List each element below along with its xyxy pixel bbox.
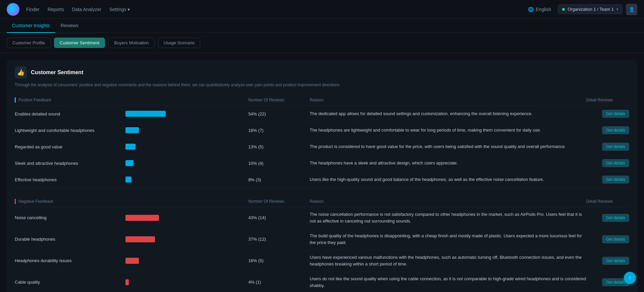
thumbsup-icon: 👍 bbox=[15, 66, 27, 79]
customer-sentiment-card: 👍 Customer Sentiment Through the analysi… bbox=[7, 60, 637, 292]
negative-col-feedback: Negative Feedback bbox=[15, 196, 125, 207]
positive-action-cell: Get details bbox=[586, 155, 629, 172]
positive-get-details-button[interactable]: Get details bbox=[602, 126, 629, 134]
negative-get-details-button[interactable]: Get details bbox=[602, 257, 629, 265]
user-icon: 👤 bbox=[629, 7, 635, 12]
negative-pct-cell: 16% (5) bbox=[248, 250, 310, 272]
negative-reason-cell: Users do not like the sound quality when… bbox=[310, 272, 586, 292]
section-title: Customer Sentiment bbox=[31, 69, 83, 76]
negative-action-cell: Get details bbox=[586, 272, 629, 292]
negative-feedback-cell: Noise cancelling bbox=[15, 207, 125, 229]
arrow-up-icon: ↑ bbox=[629, 275, 631, 281]
positive-get-details-button[interactable]: Get details bbox=[602, 159, 629, 167]
positive-feedback-cell: Effective headphones bbox=[15, 172, 125, 188]
user-avatar[interactable]: 👤 bbox=[626, 4, 637, 15]
nav-settings[interactable]: Settings ▾ bbox=[109, 7, 130, 12]
positive-pct-cell: 54% (22) bbox=[248, 106, 310, 122]
positive-reason-cell: Users like the high-quality sound and go… bbox=[310, 172, 586, 188]
negative-get-details-button[interactable]: Get details bbox=[602, 214, 629, 222]
positive-pct-cell: 13% (5) bbox=[248, 139, 310, 155]
positive-bar-visual bbox=[125, 111, 166, 117]
section-description: Through the analysis of consumers' posit… bbox=[15, 82, 629, 88]
negative-feedback-table: Negative Feedback Number Of Reviews Reas… bbox=[15, 196, 629, 292]
positive-col-reviews: Number Of Reviews bbox=[248, 95, 310, 106]
negative-pct-cell: 43% (14) bbox=[248, 207, 310, 229]
sub-navigation: Customer Insights Reviews bbox=[0, 19, 644, 33]
negative-get-details-button[interactable]: Get details bbox=[602, 235, 629, 243]
tab-customer-insights[interactable]: Customer Insights bbox=[7, 19, 55, 33]
positive-table-row: Sleek and attractive headphones 10% (4) … bbox=[15, 155, 629, 172]
nav-finder[interactable]: Finder bbox=[26, 7, 40, 12]
positive-table-row: Regarded as good value 13% (5) The produ… bbox=[15, 139, 629, 155]
positive-pct-cell: 10% (4) bbox=[248, 155, 310, 172]
nav-data-analyzer[interactable]: Data Analyzer bbox=[72, 7, 101, 12]
nav-links: Finder Reports Data Analyzer Settings ▾ bbox=[26, 7, 528, 12]
negative-feedback-cell: Durable headphones bbox=[15, 229, 125, 250]
positive-col-feedback: Positive Feedback bbox=[15, 95, 125, 106]
negative-table-row: Headphones durability issues 16% (5) Use… bbox=[15, 250, 629, 272]
positive-bar-visual bbox=[125, 127, 139, 133]
negative-bar-cell bbox=[125, 250, 248, 272]
positive-bar-indicator bbox=[15, 97, 16, 103]
org-status-dot bbox=[562, 8, 565, 11]
positive-get-details-button[interactable]: Get details bbox=[602, 110, 629, 118]
negative-table-row: Noise cancelling 43% (14) The noise canc… bbox=[15, 207, 629, 229]
scroll-to-top-button[interactable]: ↑ bbox=[624, 272, 636, 284]
negative-pct-cell: 37% (12) bbox=[248, 229, 310, 250]
nav-reports[interactable]: Reports bbox=[48, 7, 64, 12]
negative-feedback-cell: Cable quality bbox=[15, 272, 125, 292]
section-header: 👍 Customer Sentiment bbox=[15, 66, 629, 79]
positive-pct-cell: 8% (3) bbox=[248, 172, 310, 188]
positive-get-details-button[interactable]: Get details bbox=[602, 176, 629, 184]
negative-bar-cell bbox=[125, 272, 248, 292]
filter-customer-sentiment[interactable]: Customer Sentiment bbox=[54, 38, 105, 48]
org-selector[interactable]: Organization 1 / Team 1 ▾ bbox=[558, 4, 623, 14]
language-selector[interactable]: 🌐 English bbox=[528, 7, 551, 12]
positive-col-reason: Reason bbox=[310, 95, 586, 106]
positive-action-cell: Get details bbox=[586, 139, 629, 155]
positive-bar-visual bbox=[125, 160, 133, 166]
negative-reason-cell: Users have experienced various malfuncti… bbox=[310, 250, 586, 272]
negative-bar-cell bbox=[125, 229, 248, 250]
filter-usage-scenario[interactable]: Usage Scenario bbox=[158, 38, 201, 48]
settings-chevron-icon: ▾ bbox=[127, 7, 130, 12]
positive-table-row: Effective headphones 8% (3) Users like t… bbox=[15, 172, 629, 188]
positive-feedback-table: Positive Feedback Number Of Reviews Reas… bbox=[15, 95, 629, 188]
negative-table-row: Cable quality 4% (1) Users do not like t… bbox=[15, 272, 629, 292]
negative-table-row: Durable headphones 37% (12) The build qu… bbox=[15, 229, 629, 250]
positive-reason-cell: The headphones have a sleek and attracti… bbox=[310, 155, 586, 172]
top-navigation: Finder Reports Data Analyzer Settings ▾ … bbox=[0, 0, 644, 19]
negative-reason-cell: The noise cancellation performance is no… bbox=[310, 207, 586, 229]
filter-customer-profile[interactable]: Customer Profile bbox=[7, 38, 51, 48]
negative-feedback-cell: Headphones durability issues bbox=[15, 250, 125, 272]
negative-bar-indicator bbox=[15, 199, 16, 204]
negative-col-bar bbox=[125, 196, 248, 207]
tab-reviews[interactable]: Reviews bbox=[55, 19, 84, 33]
negative-action-cell: Get details bbox=[586, 229, 629, 250]
positive-reason-cell: The dedicated app allows for detailed so… bbox=[310, 106, 586, 122]
positive-bar-cell bbox=[125, 139, 248, 155]
main-content: 👍 Customer Sentiment Through the analysi… bbox=[0, 53, 644, 292]
negative-bar-cell bbox=[125, 207, 248, 229]
negative-bar-visual bbox=[125, 215, 159, 221]
org-label: Organization 1 / Team 1 bbox=[568, 7, 614, 12]
filter-buyers-motivation[interactable]: Buyers Motivation bbox=[108, 38, 154, 48]
globe-icon: 🌐 bbox=[528, 7, 534, 12]
positive-reason-cell: The headphones are lightweight and comfo… bbox=[310, 122, 586, 139]
positive-feedback-cell: Lightweight and comfortable headphones bbox=[15, 122, 125, 139]
negative-col-action: Detail Reviews bbox=[586, 196, 629, 207]
positive-feedback-cell: Sleek and attractive headphones bbox=[15, 155, 125, 172]
app-logo bbox=[7, 3, 19, 16]
positive-reason-cell: The product is considered to have good v… bbox=[310, 139, 586, 155]
positive-bar-cell bbox=[125, 172, 248, 188]
negative-col-reviews: Number Of Reviews bbox=[248, 196, 310, 207]
negative-col-reason: Reason bbox=[310, 196, 586, 207]
negative-pct-cell: 4% (1) bbox=[248, 272, 310, 292]
org-chevron-icon: ▾ bbox=[616, 7, 618, 11]
positive-bar-visual bbox=[125, 144, 136, 150]
positive-table-row: Lightweight and comfortable headphones 1… bbox=[15, 122, 629, 139]
negative-reason-cell: The build quality of the headphones is d… bbox=[310, 229, 586, 250]
negative-bar-visual bbox=[125, 236, 155, 242]
positive-get-details-button[interactable]: Get details bbox=[602, 143, 629, 151]
negative-bar-visual bbox=[125, 258, 139, 264]
